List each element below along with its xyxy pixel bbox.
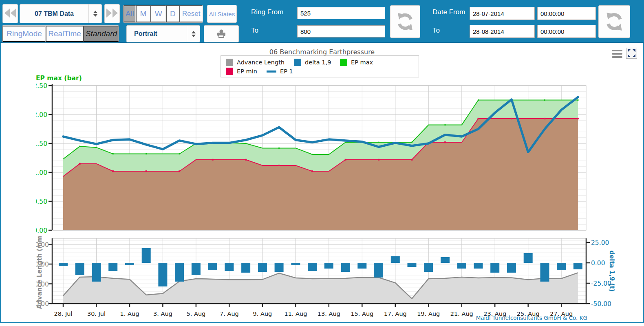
advance-delta-chart: 0.00100.00200.00300.00-50.00-25.000.0025… [36,236,615,320]
svg-text:5. Aug: 5. Aug [187,311,206,317]
delta-bar [507,263,516,273]
date-refresh-button[interactable] [598,5,630,38]
svg-text:25.00: 25.00 [591,239,609,247]
mode-ringmode-button[interactable]: RingMode [2,26,46,42]
blue-swatch-icon [294,59,301,66]
delta-bar [192,263,201,275]
delta-bar [357,263,366,269]
delta-bar [324,263,333,269]
time-to-input[interactable] [537,25,596,38]
svg-text:13. Aug: 13. Aug [318,311,340,317]
orientation-select[interactable]: Portrait [126,25,200,42]
svg-text:9. Aug: 9. Aug [253,311,272,317]
svg-text:1. Aug: 1. Aug [120,311,139,317]
spinner-icon[interactable] [187,26,200,42]
printer-icon [216,29,227,38]
svg-text:17. Aug: 17. Aug [384,311,407,317]
refresh-icon [395,11,415,32]
refresh-icon [604,11,625,32]
fullscreen-icon[interactable] [626,48,637,59]
range-reset-button[interactable]: Reset [179,5,203,22]
delta-bar [557,263,566,270]
svg-text:30. Jul: 30. Jul [87,311,106,317]
delta-bar [573,263,582,269]
delta-bar [258,263,267,272]
delta-bar [490,263,499,273]
legend-item-delta[interactable]: delta 1,9 [294,59,340,66]
svg-text:1.00: 1.00 [36,169,47,176]
svg-text:28. Jul: 28. Jul [54,311,72,317]
menu-icon[interactable] [612,50,622,58]
dataset-select-value: 07 TBM Data [20,10,88,18]
double-right-arrow-icon [106,9,118,19]
range-day-button[interactable]: D [166,5,179,22]
ring-refresh-button[interactable] [390,5,420,38]
range-month-button[interactable]: M [136,5,151,22]
svg-text:2.00: 2.00 [36,111,47,119]
delta-bar [158,263,167,286]
delta-bar [125,263,134,265]
chart-title: 06 Benchmarking Earthpressure [1,48,643,56]
delta-bar [441,257,450,263]
ep-min-band [63,119,578,230]
spinner-icon[interactable] [88,4,101,23]
all-states-button[interactable]: All States [207,5,237,23]
date-from-input[interactable] [470,7,535,20]
delta-bar [374,263,383,278]
range-all-button[interactable]: All [124,5,136,22]
print-button[interactable] [204,25,239,42]
ring-to-input[interactable] [297,25,385,37]
svg-text:0.50: 0.50 [36,198,47,205]
green-swatch-icon [340,59,347,66]
left-axis-title: Advance Length (mm) [36,236,43,309]
date-to-input[interactable] [470,25,535,38]
blue-line-swatch-icon [267,70,276,73]
delta-bar [75,263,84,275]
time-from-input[interactable] [537,7,596,20]
delta-bar [142,248,151,263]
legend-item-advance-length[interactable]: Advance Length [226,59,294,66]
dataset-select[interactable]: 07 TBM Data [20,4,102,23]
earthpressure-chart: 0.000.501.001.502.002.50EP max (bar) [36,75,602,235]
delta-bar [474,263,483,269]
delta-bar [225,263,234,271]
prev-dataset-button[interactable] [2,4,18,23]
delta-bar [241,263,250,273]
svg-text:2.50: 2.50 [36,82,47,90]
red-swatch-icon [226,68,233,75]
svg-text:3. Aug: 3. Aug [153,311,172,317]
orientation-select-value: Portrait [127,30,187,37]
ring-from-input[interactable] [297,7,385,19]
ring-to-label: To [251,26,258,35]
svg-text:15. Aug: 15. Aug [351,311,373,317]
svg-text:0.00: 0.00 [591,260,605,267]
svg-text:-50.00: -50.00 [591,300,611,308]
legend-item-ep1[interactable]: EP 1 [267,68,293,75]
mode-standard-button[interactable]: Standard [83,26,119,42]
top-axis-title: EP max (bar) [36,75,82,82]
legend-item-ep-max[interactable]: EP max [340,59,373,66]
range-week-button[interactable]: W [150,5,166,22]
svg-text:11. Aug: 11. Aug [284,311,307,317]
app-window: 07 TBM Data All M W D Reset All States R… [0,0,644,326]
delta-bar [308,263,317,271]
right-axis-title: delta 1,9 (t) [608,250,615,291]
delta-bar [108,263,117,271]
delta-bar [457,263,466,269]
mode-button-group: RingMode RealTime Standard [2,25,119,42]
date-from-label: Date From [432,8,465,16]
next-dataset-button[interactable] [104,4,120,23]
toolbar: 07 TBM Data All M W D Reset All States R… [0,0,644,43]
svg-text:19. Aug: 19. Aug [417,311,440,317]
gray-swatch-icon [226,59,233,66]
svg-text:21. Aug: 21. Aug [450,311,473,317]
svg-text:0.00: 0.00 [36,227,47,234]
delta-bar [424,263,433,272]
footer-credit: Maidl Tunnelconsultants GmbH & Co. KG [476,315,587,321]
legend-item-ep-min[interactable]: EP min [226,68,267,75]
range-button-group: All M W D Reset [123,5,203,23]
delta-bar [175,263,184,282]
mode-realtime-button[interactable]: RealTime [46,26,83,42]
svg-text:7. Aug: 7. Aug [220,311,239,317]
delta-bar [341,263,350,272]
